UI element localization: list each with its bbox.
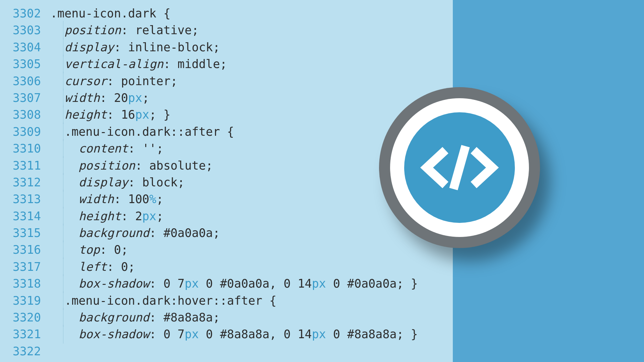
code-line[interactable]: 3305 vertical-align: middle; (0, 57, 644, 74)
line-number: 3321 (0, 327, 50, 341)
code-content[interactable]: position: absolute; (50, 159, 213, 172)
line-number: 3317 (0, 260, 50, 274)
code-content[interactable]: width: 100%; (50, 192, 163, 206)
token-punc (170, 57, 177, 71)
code-content[interactable]: .menu-icon.dark:hover::after { (50, 294, 276, 307)
code-line[interactable]: 3322 (0, 345, 644, 361)
code-content[interactable]: top: 0; (50, 243, 128, 256)
line-number: 3315 (0, 226, 50, 240)
token-val: 0 7 (163, 277, 184, 290)
token-prop: position (64, 23, 121, 37)
token-punc: : (149, 277, 156, 290)
code-line[interactable]: 3319 .menu-icon.dark:hover::after { (0, 294, 644, 311)
code-line[interactable]: 3317 left: 0; (0, 260, 644, 277)
token-prop: cursor (64, 74, 107, 88)
code-badge-ring (390, 98, 529, 237)
code-content[interactable]: .menu-icon.dark { (50, 7, 170, 20)
token-val: inline-block (128, 41, 213, 54)
code-line[interactable]: 3320 background: #8a8a8a; (0, 311, 644, 327)
line-number: 3319 (0, 294, 50, 307)
token-punc: ; (192, 23, 199, 37)
code-line[interactable]: 3315 background: #0a0a0a; (0, 226, 644, 243)
line-number: 3309 (0, 125, 50, 138)
code-content[interactable]: display: block; (50, 176, 184, 189)
token-punc (220, 125, 227, 138)
indent-guide (63, 139, 63, 158)
code-line[interactable]: 3307 width: 20px; (0, 91, 644, 108)
token-punc: ; (121, 243, 128, 256)
code-content[interactable]: width: 20px; (50, 91, 149, 105)
code-content[interactable]: height: 2px; (50, 209, 163, 223)
code-content[interactable]: cursor: pointer; (50, 74, 177, 88)
code-content[interactable]: box-shadow: 0 7px 0 #8a8a8a, 0 14px 0 #8… (50, 327, 418, 341)
token-val: '' (142, 142, 156, 155)
token-punc: ; (149, 108, 156, 121)
indent-guide (63, 240, 63, 259)
token-punc: ; (206, 159, 213, 172)
token-punc: : (114, 192, 121, 206)
code-line[interactable]: 3318 box-shadow: 0 7px 0 #0a0a0a, 0 14px… (0, 277, 644, 294)
code-line[interactable]: 3302.menu-icon.dark { (0, 7, 644, 23)
token-punc: : (114, 41, 121, 54)
token-punc: { (227, 125, 234, 138)
code-line[interactable]: 3312 display: block; (0, 176, 644, 192)
code-line[interactable]: 3313 width: 100%; (0, 192, 644, 209)
line-number: 3307 (0, 91, 50, 105)
code-content[interactable]: position: relative; (50, 23, 199, 37)
token-punc: : (135, 159, 142, 172)
code-line[interactable]: 3308 height: 16px; } (0, 108, 644, 125)
token-punc: : (163, 57, 170, 71)
code-content[interactable]: height: 16px; } (50, 108, 170, 121)
line-number: 3308 (0, 108, 50, 121)
token-punc: : (107, 260, 114, 274)
code-content[interactable]: content: ''; (50, 142, 163, 155)
token-val: 0 #8a8a8a (326, 327, 397, 341)
token-punc: { (269, 294, 276, 307)
code-content[interactable]: .menu-icon.dark::after { (50, 125, 234, 138)
token-punc (142, 159, 149, 172)
indent-guide (63, 274, 63, 293)
token-unit: px (142, 209, 156, 223)
token-val: block (142, 176, 177, 189)
code-line[interactable]: 3306 cursor: pointer; (0, 74, 644, 91)
token-punc (128, 209, 135, 223)
code-content[interactable]: display: inline-block; (50, 41, 220, 54)
token-punc: : (100, 243, 107, 256)
token-punc (156, 277, 163, 290)
token-punc: ; (397, 327, 404, 341)
token-punc: :: (213, 294, 227, 307)
token-punc: : (121, 23, 128, 37)
code-line[interactable]: 3309 .menu-icon.dark::after { (0, 125, 644, 142)
code-content[interactable]: box-shadow: 0 7px 0 #0a0a0a, 0 14px 0 #0… (50, 277, 418, 290)
code-line[interactable]: 3316 top: 0; (0, 243, 644, 260)
token-punc: ; (177, 176, 184, 189)
token-unit: px (135, 108, 149, 121)
indent-guide (63, 21, 63, 40)
code-line[interactable]: 3304 display: inline-block; (0, 41, 644, 57)
code-line[interactable]: 3303 position: relative; (0, 23, 644, 40)
code-content[interactable]: background: #0a0a0a; (50, 226, 220, 240)
token-punc (121, 192, 128, 206)
code-content[interactable]: vertical-align: middle; (50, 57, 227, 71)
code-line[interactable]: 3314 height: 2px; (0, 209, 644, 226)
token-punc (107, 243, 114, 256)
token-punc: ; (128, 260, 135, 274)
code-content[interactable]: background: #8a8a8a; (50, 311, 220, 324)
token-punc: { (163, 7, 170, 20)
token-punc: } (411, 327, 418, 341)
code-content[interactable]: left: 0; (50, 260, 135, 274)
indent-guide (63, 72, 63, 90)
code-editor[interactable]: 3302.menu-icon.dark {3303 position: rela… (0, 0, 644, 362)
token-prop: height (64, 108, 107, 121)
indent-guide (63, 105, 63, 124)
token-prop: top (78, 243, 100, 256)
code-line[interactable]: 3310 content: ''; (0, 142, 644, 159)
code-line[interactable]: 3321 box-shadow: 0 7px 0 #8a8a8a, 0 14px… (0, 327, 644, 344)
token-punc (128, 23, 135, 37)
token-prop: box-shadow (78, 327, 149, 341)
code-line[interactable]: 3311 position: absolute; (0, 159, 644, 176)
token-val: 0 #8a8a8a, 0 14 (199, 327, 312, 341)
token-punc: : (149, 327, 156, 341)
indent-guide (63, 55, 63, 73)
line-number: 3312 (0, 176, 50, 189)
